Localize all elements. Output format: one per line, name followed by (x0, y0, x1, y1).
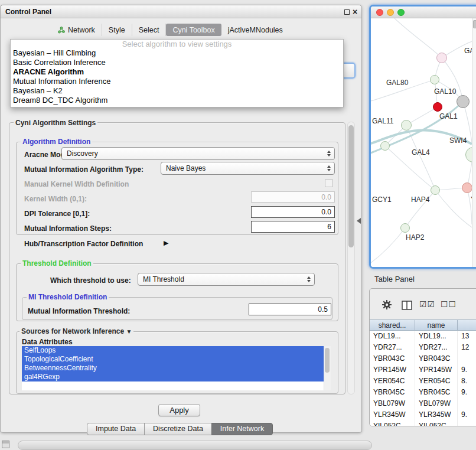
cell[interactable]: YER054C (370, 376, 415, 387)
mi-threshold-field[interactable]: 0.5 (249, 304, 331, 315)
cell[interactable]: YDL19... (415, 331, 458, 342)
network-node[interactable] (457, 95, 470, 108)
cell[interactable] (458, 420, 476, 426)
table-row[interactable]: YDR27...YDR27...12 (370, 342, 476, 353)
list-item[interactable]: TopologicalCoefficient (22, 355, 324, 364)
cell[interactable] (458, 398, 476, 409)
cell[interactable]: YBL079W (370, 398, 415, 409)
tab-network[interactable]: Network (51, 24, 102, 36)
network-scrollbar-track[interactable] (472, 18, 476, 267)
cell[interactable]: YLR345W (370, 409, 415, 420)
cell[interactable]: YIL052C (370, 420, 415, 426)
cell[interactable]: 12 (458, 342, 476, 353)
network-node[interactable] (400, 223, 410, 233)
show-columns-icon[interactable] (402, 301, 412, 312)
cell[interactable] (458, 353, 476, 364)
network-view-window: GAL80 GAL10 GAL11 GAL1 SWI4 GAL4 GCY1 HA… (369, 5, 476, 269)
table-row[interactable]: YER054CYER054C8. (370, 376, 476, 387)
tab-impute-data[interactable]: Impute Data (87, 423, 145, 435)
cell[interactable]: YBR043C (370, 353, 415, 364)
network-node[interactable] (430, 75, 439, 84)
panel-collapse-handle-icon[interactable] (357, 218, 361, 224)
apply-button[interactable]: Apply (158, 404, 200, 416)
table-row[interactable]: YBR043CYBR043C (370, 353, 476, 364)
cell[interactable]: YBL079W (415, 398, 458, 409)
table-row[interactable]: YBR045CYBR045C9. (370, 387, 476, 398)
network-icon (58, 27, 65, 34)
float-window-icon[interactable] (344, 9, 350, 15)
tab-cyni-toolbox[interactable]: Cyni Toolbox (166, 24, 221, 36)
sources-collapse-arrow-icon[interactable]: ▼ (126, 328, 132, 335)
cell[interactable]: YBR045C (415, 387, 458, 398)
which-threshold-value: MI Threshold (143, 275, 184, 283)
network-node[interactable] (433, 102, 442, 112)
cell[interactable]: YPR145W (370, 364, 415, 376)
aracne-mode-combo[interactable]: Discovery (61, 147, 335, 160)
cell[interactable]: YPR145W (415, 364, 458, 376)
column-header-name[interactable]: name (415, 319, 458, 331)
cell[interactable]: YIL052C (415, 420, 458, 426)
table-row[interactable]: YBL079WYBL079W (370, 398, 476, 409)
cell[interactable]: YER054C (415, 376, 458, 387)
cell[interactable]: YDL19... (370, 331, 415, 342)
cell[interactable]: YDR27... (370, 342, 415, 353)
attributes-scrollbar-track[interactable] (324, 346, 331, 390)
tab-jactivemnodules[interactable]: jActiveMNodules (221, 24, 289, 36)
tab-style[interactable]: Style (102, 24, 132, 36)
table-panel-window: ☑☑ ☐☐ shared... name YDL19...YDL19...13 … (369, 288, 476, 426)
cell[interactable]: YLR345W (415, 409, 458, 420)
cell[interactable]: 9. (458, 364, 476, 376)
network-node[interactable] (401, 120, 412, 131)
list-item[interactable]: BetweennessCentrality (22, 364, 324, 373)
hub-expand-arrow-icon[interactable]: ▶ (164, 239, 168, 247)
mi-type-combo[interactable]: Naive Bayes (161, 162, 335, 175)
network-node[interactable] (436, 53, 447, 63)
dropdown-item[interactable]: Basic Correlation Inference (11, 58, 343, 67)
select-all-icon[interactable]: ☑☑ (419, 299, 435, 309)
minimized-panel-icon[interactable] (2, 441, 9, 448)
deselect-all-icon[interactable]: ☐☐ (441, 299, 457, 309)
network-node[interactable] (462, 182, 472, 193)
settings-scrollbar-thumb[interactable] (348, 125, 354, 247)
minimize-traffic-light[interactable] (387, 9, 394, 16)
which-threshold-combo[interactable]: MI Threshold (138, 273, 315, 286)
mi-steps-field[interactable]: 6 (251, 221, 335, 233)
network-scrollbar-thumb[interactable] (473, 20, 476, 28)
tab-discretize-data[interactable]: Discretize Data (144, 423, 212, 435)
horizontal-scrollbar-thumb[interactable] (18, 441, 372, 450)
dropdown-item[interactable]: Bayesian – Hill Climbing (11, 48, 343, 58)
dropdown-item-selected[interactable]: ARACNE Algorithm (11, 67, 343, 77)
list-item[interactable]: gal4RGexp (22, 373, 324, 381)
table-row[interactable]: YDL19...YDL19...13 (370, 331, 476, 342)
cell[interactable]: 8. (458, 376, 476, 387)
dropdown-item[interactable]: Bayesian – K2 (11, 86, 343, 96)
cell[interactable]: YDR27... (415, 342, 458, 353)
hub-section-label[interactable]: Hub/Transcription Factor Definition (24, 240, 143, 248)
cell[interactable]: 9. (458, 387, 476, 398)
sources-group-title[interactable]: Sources for Network Inference ▼ (19, 327, 133, 335)
cell[interactable]: YBR045C (370, 387, 415, 398)
table-row[interactable]: YIL052CYIL052C (370, 420, 476, 426)
column-header-extra[interactable] (458, 319, 476, 331)
zoom-traffic-light[interactable] (397, 9, 405, 16)
algorithm-dropdown-list: Select algorithm to view settings Bayesi… (10, 39, 344, 107)
dpi-tolerance-field[interactable]: 0.0 (251, 206, 335, 218)
gear-icon[interactable] (382, 299, 392, 312)
table-row[interactable]: YLR345WYLR345W9. (370, 409, 476, 420)
cell[interactable]: YBR043C (415, 353, 458, 364)
close-icon[interactable]: × (353, 6, 357, 18)
network-node[interactable] (431, 185, 440, 195)
dropdown-item[interactable]: Mutual Information Inference (11, 77, 343, 86)
network-node[interactable] (380, 141, 390, 151)
close-traffic-light[interactable] (376, 9, 383, 16)
tab-select[interactable]: Select (132, 24, 167, 36)
column-header-shared-name[interactable]: shared... (370, 319, 415, 331)
list-item[interactable]: SelfLoops (22, 346, 324, 355)
attributes-scrollbar-thumb[interactable] (325, 348, 330, 373)
node-label: GAL10 (434, 87, 456, 96)
dropdown-item[interactable]: Dream8 DC_TDC Algorithm (11, 96, 343, 105)
cell[interactable]: 9. (458, 409, 476, 420)
table-row[interactable]: YPR145WYPR145W9. (370, 364, 476, 376)
cell[interactable]: 13 (458, 331, 476, 342)
tab-infer-network[interactable]: Infer Network (211, 423, 273, 435)
